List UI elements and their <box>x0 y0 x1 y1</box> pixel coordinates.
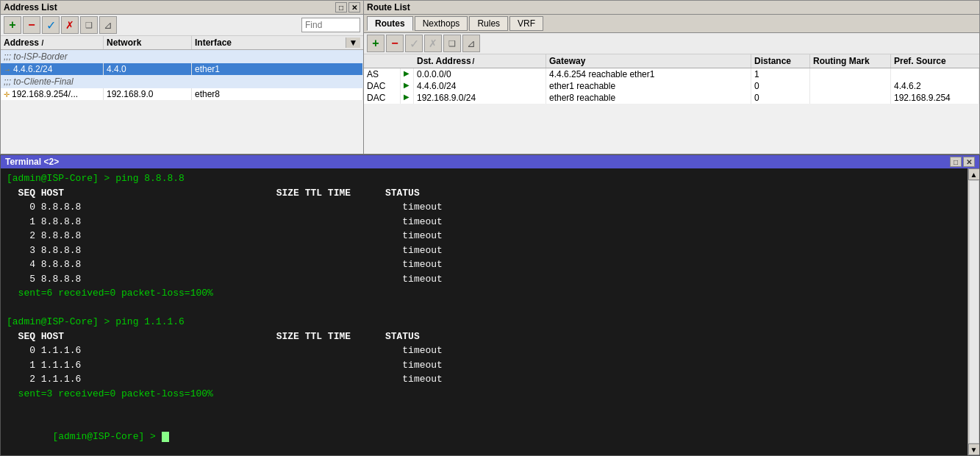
address-table-header: Address / Network Interface ▼ <box>1 36 363 50</box>
terminal-window-buttons: □ ✕ <box>950 157 975 167</box>
address-list-title: Address List <box>4 2 57 13</box>
terminal-line-6: 4 8.8.8.8 timeout <box>7 257 962 272</box>
address-group-cliente-final: ;;; to-Cliente-Final <box>1 75 363 88</box>
route-psrc-col-header: Pref. Source <box>891 54 979 68</box>
terminal-titlebar: Terminal <2> □ ✕ <box>1 155 979 168</box>
route-list-titlebar: Route List <box>364 1 979 15</box>
address-list-close-button[interactable]: ✕ <box>348 2 360 13</box>
terminal-line-2: 0 8.8.8.8 timeout <box>7 200 962 215</box>
scroll-track[interactable] <box>969 180 979 443</box>
interface-dropdown-button[interactable]: ▼ <box>346 38 360 48</box>
route-mark-col-header: Routing Mark <box>810 54 891 68</box>
scroll-down-button[interactable]: ▼ <box>968 443 980 455</box>
route-dist-1: 0 <box>751 80 810 92</box>
terminal-line-9 <box>7 301 962 316</box>
terminal-line-13: 1 1.1.1.6 timeout <box>7 358 962 373</box>
filter-address-button[interactable]: ⊿ <box>99 16 117 34</box>
find-input[interactable] <box>301 18 360 32</box>
address-group-isp-border: ;;; to-ISP-Border <box>1 50 363 63</box>
route-gw-1: ether1 reachable <box>546 80 751 92</box>
address-value-1: 4.4.6.2/24 <box>13 64 52 74</box>
scroll-up-button[interactable]: ▲ <box>968 168 980 180</box>
copy-route-button[interactable]: ❑ <box>443 35 461 52</box>
interface-col-header: Interface ▼ <box>192 36 363 49</box>
address-cell-addr-2: ✛ 192.168.9.254/... <box>1 88 104 100</box>
route-type-2: DAC <box>364 92 401 104</box>
route-table-header: Dst. Address / Gateway Distance Routing … <box>364 54 979 68</box>
terminal-line-14: 2 1.1.1.6 timeout <box>7 372 962 387</box>
copy-address-button[interactable]: ❑ <box>80 16 98 34</box>
route-flag-0: ▶ <box>401 68 414 80</box>
address-list-panel: Address List □ ✕ + − ✓ ✗ ❑ ⊿ Address / N… <box>0 0 364 154</box>
terminal-title: Terminal <2> <box>5 157 59 167</box>
route-dst-0: 0.0.0.0/0 <box>414 68 546 80</box>
route-row-0[interactable]: AS ▶ 0.0.0.0/0 4.4.6.254 reachable ether… <box>364 68 979 80</box>
remove-route-button[interactable]: − <box>386 35 404 52</box>
route-list-panel: Route List Routes Nexthops Rules VRF + −… <box>364 0 980 154</box>
enable-route-button[interactable]: ✓ <box>405 35 423 52</box>
tab-routes[interactable]: Routes <box>367 16 413 31</box>
terminal-line-10: [admin@ISP-Core] > ping 1.1.1.6 <box>7 315 962 329</box>
terminal-line-5: 3 8.8.8.8 timeout <box>7 243 962 258</box>
terminal-close-button[interactable]: ✕ <box>963 157 975 167</box>
address-cell-net-1: 4.4.0 <box>104 63 192 75</box>
route-dst-1: 4.4.6.0/24 <box>414 80 546 92</box>
add-route-button[interactable]: + <box>367 35 385 52</box>
route-dst-col-header: Dst. Address / <box>414 54 546 68</box>
route-mark-2 <box>810 92 891 104</box>
route-psrc-2: 192.168.9.254 <box>891 92 979 104</box>
route-mark-1 <box>810 80 891 92</box>
route-flag-col-header <box>401 54 414 68</box>
address-row-2[interactable]: ✛ 192.168.9.254/... 192.168.9.0 ether8 <box>1 88 363 100</box>
route-gw-0: 4.4.6.254 reachable ether1 <box>546 68 751 80</box>
disable-route-button[interactable]: ✗ <box>424 35 442 52</box>
route-row-1[interactable]: DAC ▶ 4.4.6.0/24 ether1 reachable 0 4.4.… <box>364 80 979 92</box>
terminal-cursor <box>162 432 169 442</box>
tab-nexthops[interactable]: Nexthops <box>415 16 468 31</box>
cross-icon-2: ✛ <box>4 90 10 99</box>
address-value-2: 192.168.9.254/... <box>12 89 78 99</box>
route-psrc-0 <box>891 68 979 80</box>
dst-sort-icon: / <box>473 57 475 65</box>
address-cell-addr-1: → 4.4.6.2/24 <box>1 63 104 75</box>
tab-vrf[interactable]: VRF <box>509 16 543 31</box>
address-cell-iface-1: ether1 <box>192 63 363 75</box>
route-gw-col-header: Gateway <box>546 54 751 68</box>
route-dist-col-header: Distance <box>751 54 810 68</box>
remove-address-button[interactable]: − <box>23 16 40 34</box>
route-toolbar: + − ✓ ✗ ❑ ⊿ <box>364 33 979 54</box>
add-address-button[interactable]: + <box>4 16 21 34</box>
terminal-panel: Terminal <2> □ ✕ [admin@ISP-Core] > ping… <box>0 154 980 456</box>
route-type-1: DAC <box>364 80 401 92</box>
route-flag-1: ▶ <box>401 80 414 92</box>
address-list-restore-button[interactable]: □ <box>335 2 347 13</box>
terminal-restore-button[interactable]: □ <box>950 157 962 167</box>
terminal-body[interactable]: [admin@ISP-Core] > ping 8.8.8.8 SEQ HOST… <box>1 168 968 455</box>
arrow-icon-1: → <box>4 65 11 74</box>
address-sort-icon: / <box>41 39 43 47</box>
terminal-line-0: [admin@ISP-Core] > ping 8.8.8.8 <box>7 171 962 186</box>
route-tabs-bar: Routes Nexthops Rules VRF <box>364 15 979 33</box>
route-row-2[interactable]: DAC ▶ 192.168.9.0/24 ether8 reachable 0 … <box>364 92 979 104</box>
terminal-line-12: 0 1.1.1.6 timeout <box>7 343 962 358</box>
route-dist-2: 0 <box>751 92 810 104</box>
route-table-body: AS ▶ 0.0.0.0/0 4.4.6.254 reachable ether… <box>364 68 979 154</box>
disable-address-button[interactable]: ✗ <box>61 16 79 34</box>
filter-route-button[interactable]: ⊿ <box>462 35 480 52</box>
route-gw-2: ether8 reachable <box>546 92 751 104</box>
find-box <box>301 18 360 32</box>
address-table-body: ;;; to-ISP-Border → 4.4.6.2/24 4.4.0 eth… <box>1 50 363 154</box>
address-row-1[interactable]: → 4.4.6.2/24 4.4.0 ether1 <box>1 63 363 75</box>
address-list-titlebar: Address List □ ✕ <box>1 1 363 15</box>
address-cell-iface-2: ether8 <box>192 88 363 100</box>
network-col-header: Network <box>104 36 192 49</box>
address-col-header: Address / <box>1 36 104 49</box>
address-list-toolbar: + − ✓ ✗ ❑ ⊿ <box>1 15 363 36</box>
route-psrc-1: 4.4.6.2 <box>891 80 979 92</box>
terminal-line-3: 1 8.8.8.8 timeout <box>7 215 962 229</box>
terminal-line-7: 5 8.8.8.8 timeout <box>7 272 962 287</box>
tab-rules[interactable]: Rules <box>469 16 508 31</box>
address-list-window-buttons: □ ✕ <box>335 2 360 13</box>
enable-address-button[interactable]: ✓ <box>42 16 60 34</box>
terminal-line-1: SEQ HOST SIZE TTL TIME STATUS <box>7 186 962 201</box>
